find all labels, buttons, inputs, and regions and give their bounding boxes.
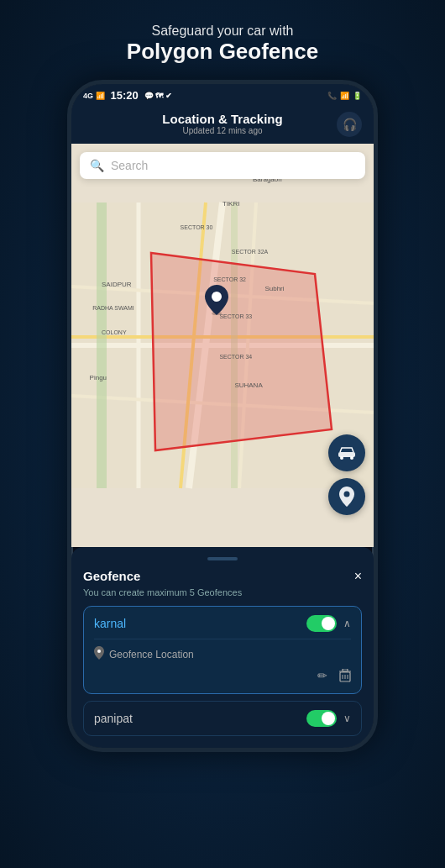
location-icon bbox=[94, 646, 104, 662]
status-left: 4G 📶 15:20 💬 🗺 ✔ bbox=[83, 89, 172, 102]
panel-title: Geofence bbox=[83, 569, 140, 583]
geofence-panel: Geofence × You can create maximum 5 Geof… bbox=[71, 547, 374, 748]
status-apps: 💬 🗺 ✔ bbox=[144, 92, 172, 100]
svg-point-16 bbox=[340, 456, 343, 460]
svg-point-14 bbox=[212, 292, 222, 302]
label-sector32a: SECTOR 32A bbox=[232, 249, 268, 255]
label-sector30: SECTOR 30 bbox=[181, 224, 213, 230]
headphone-button[interactable]: 🎧 bbox=[337, 112, 362, 137]
panel-subtitle: You can create maximum 5 Geofences bbox=[83, 587, 362, 597]
label-radha-swami: RADHA SWAMI bbox=[92, 305, 134, 311]
phone-frame: 4G 📶 15:20 💬 🗺 ✔ 📞 📶 🔋 Location & Tracki… bbox=[67, 80, 378, 752]
app-title: Location & Tracking bbox=[162, 112, 282, 126]
status-time: 15:20 bbox=[111, 89, 139, 102]
label-sector34: SECTOR 34 bbox=[219, 354, 252, 360]
fab-car-button[interactable] bbox=[328, 434, 365, 471]
label-subhri: Subhri bbox=[264, 285, 284, 292]
label-suhana: SUHANA bbox=[234, 381, 262, 389]
geofence-row-karnal: karnal ∧ bbox=[94, 615, 351, 632]
svg-point-19 bbox=[97, 650, 101, 653]
page-header: Safeguard your car with Polygon Geofence bbox=[110, 0, 335, 80]
network-icon: 4G 📶 bbox=[83, 92, 105, 100]
svg-rect-10 bbox=[97, 203, 107, 488]
geofence-name-karnal: karnal bbox=[94, 617, 126, 630]
geofence-right-karnal: ∧ bbox=[306, 615, 351, 632]
geofence-location-row: Geofence Location bbox=[94, 639, 351, 662]
status-right: 📞 📶 🔋 bbox=[327, 92, 362, 100]
page-title: Polygon Geofence bbox=[127, 39, 318, 65]
geofence-name-panipat: panipat bbox=[94, 712, 133, 725]
chevron-up-icon[interactable]: ∧ bbox=[343, 618, 351, 629]
app-title-block: Location & Tracking Updated 12 mins ago bbox=[162, 112, 282, 135]
app-subtitle: Updated 12 mins ago bbox=[162, 126, 282, 135]
toggle-panipat[interactable] bbox=[306, 710, 337, 727]
svg-rect-15 bbox=[338, 452, 355, 457]
label-pingu: Pingu bbox=[90, 374, 107, 381]
search-placeholder: Search bbox=[111, 159, 148, 172]
map-location-pin bbox=[205, 285, 228, 321]
chevron-down-icon[interactable]: ∨ bbox=[343, 713, 351, 724]
svg-rect-22 bbox=[343, 669, 348, 671]
page-subtitle: Safeguard your car with bbox=[127, 24, 318, 39]
status-bar: 4G 📶 15:20 💬 🗺 ✔ 📞 📶 🔋 bbox=[71, 84, 374, 107]
location-label: Geofence Location bbox=[109, 649, 194, 660]
label-colony: COLONY bbox=[102, 329, 127, 335]
label-sector32: SECTOR 32 bbox=[213, 276, 246, 282]
search-bar[interactable]: 🔍 Search bbox=[80, 152, 365, 179]
panel-close-button[interactable]: × bbox=[354, 569, 362, 584]
battery-icon: 🔋 bbox=[353, 92, 362, 100]
call-icon: 📞 bbox=[327, 92, 337, 100]
map-area[interactable]: Baragaon TIKRI SECTOR 30 SECTOR 32A SAID… bbox=[71, 144, 374, 547]
search-icon: 🔍 bbox=[90, 159, 104, 172]
label-tikri: TIKRI bbox=[222, 200, 239, 208]
svg-point-17 bbox=[350, 456, 353, 460]
edit-icon[interactable]: ✏ bbox=[317, 669, 327, 685]
geofence-item-panipat: panipat ∨ bbox=[83, 701, 362, 736]
geofence-right-panipat: ∨ bbox=[306, 710, 351, 727]
label-saidpur: SAIDPUR bbox=[102, 281, 132, 288]
app-header: Location & Tracking Updated 12 mins ago … bbox=[71, 107, 374, 144]
toggle-karnal[interactable] bbox=[306, 615, 337, 632]
fab-pin-button[interactable] bbox=[328, 478, 365, 515]
svg-point-18 bbox=[344, 492, 350, 497]
geofence-item-karnal: karnal ∧ Geofence Location ✏ bbox=[83, 606, 362, 694]
headphone-icon: 🎧 bbox=[343, 118, 357, 131]
geofence-actions: ✏ bbox=[94, 669, 351, 685]
panel-header: Geofence × bbox=[83, 569, 362, 584]
delete-icon[interactable] bbox=[339, 669, 351, 685]
wifi-icon: 📶 bbox=[340, 92, 349, 100]
panel-handle bbox=[207, 557, 238, 560]
